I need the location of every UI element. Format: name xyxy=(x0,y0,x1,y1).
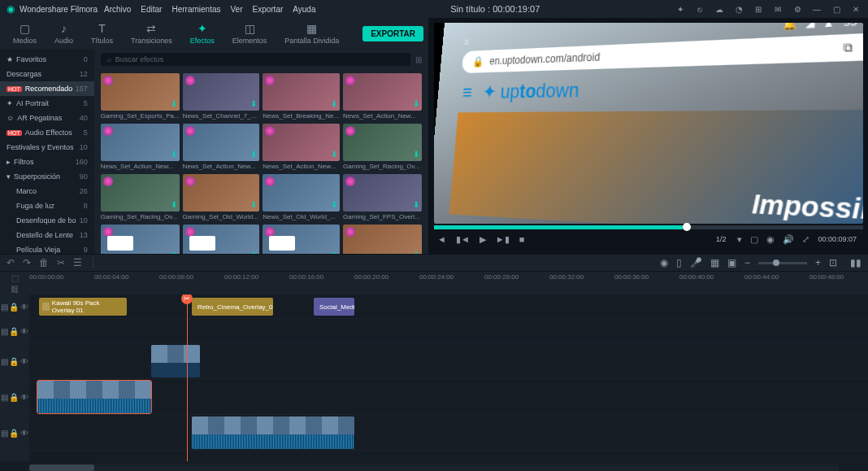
effect-thumb[interactable]: ⬇Gaming_Set_Racing_Ov... xyxy=(101,174,180,221)
sidebar-item-destello-de-lente[interactable]: Destello de Lente13 xyxy=(0,228,94,242)
cloud-icon[interactable]: ☁ xyxy=(714,3,725,15)
undo-button[interactable]: ↶ xyxy=(7,257,15,268)
clip-video-main[interactable] xyxy=(192,416,354,449)
effect-thumb[interactable]: ⬇News_Set_Action_New... xyxy=(343,73,422,120)
sidebar-item-ar-pegatinas[interactable]: ☺AR Pegatinas40 xyxy=(0,111,94,125)
preview-scrub-bar[interactable] xyxy=(434,225,863,229)
fullscreen-icon[interactable]: ⤢ xyxy=(802,234,809,245)
effect-thumb[interactable]: ⬇News_Set_Action_New... xyxy=(263,124,340,171)
search-input[interactable]: ⌕ Buscar efectos xyxy=(101,53,410,66)
effect-thumb[interactable]: ⬇News_Set_Action_New... xyxy=(101,124,180,171)
monitor-icon[interactable]: ▢ xyxy=(750,234,758,245)
clip-fx-kawaii[interactable]: Kawaii 90s Pack Overlay 01 xyxy=(39,298,127,316)
effect-thumb[interactable]: ⬇Gaming_Set_Old_World... xyxy=(183,174,260,221)
tab-titulos[interactable]: TTítulos xyxy=(83,19,121,48)
menu-herramientas[interactable]: Herramientas xyxy=(171,5,220,14)
tab-pantalla-dividida[interactable]: ▦Pantalla Dividida xyxy=(276,19,347,48)
step-fwd-button[interactable]: ►▮ xyxy=(496,234,510,245)
cut-button[interactable]: ✂ xyxy=(57,257,65,268)
render-button[interactable]: ▣ xyxy=(727,257,736,268)
effect-thumb[interactable]: ⬇News_Set_Old_World_... xyxy=(263,174,340,221)
effect-thumb[interactable]: ⬇News_Set_Action_New... xyxy=(183,124,260,171)
effect-thumb[interactable]: ⬇Gaming_Set_FPS_Overl... xyxy=(263,225,340,254)
step-back-button[interactable]: ▮◄ xyxy=(456,234,470,245)
clip-fx-retro[interactable]: Retro_Cinema_Overlay_03 xyxy=(192,298,273,316)
tab-transiciones[interactable]: ⇄Transiciones xyxy=(123,19,180,48)
sidebar-item-ai-portrait[interactable]: ✦AI Portrait5 xyxy=(0,96,94,111)
sidebar-item-fuga-de-luz[interactable]: Fuga de luz8 xyxy=(0,198,94,213)
fit-button[interactable]: ⊡ xyxy=(829,257,837,268)
link-button[interactable]: ⛓ xyxy=(0,283,29,294)
sidebar-item-favoritos[interactable]: ★Favoritos0 xyxy=(0,52,94,67)
zoom-in-button[interactable]: + xyxy=(815,257,821,268)
effect-thumb[interactable]: ⬇Gaming_Set_FPS_Overl... xyxy=(343,174,422,221)
minimize-icon[interactable]: — xyxy=(811,3,822,15)
menu-ayuda[interactable]: Ayuda xyxy=(293,5,315,14)
preview-viewport[interactable]: ⌂ 🔔 ◢ ▲ 95 % ◉ 🔒 en.uptodown.com/android… xyxy=(434,23,863,224)
prev-frame-button[interactable]: ◄ xyxy=(437,234,446,245)
zoom-slider[interactable] xyxy=(758,262,807,264)
sidebar-item-filtros[interactable]: ▸Filtros160 xyxy=(0,155,94,169)
volume-icon[interactable]: 🔊 xyxy=(783,234,794,245)
close-icon[interactable]: ✕ xyxy=(850,3,861,15)
track-head-fx2[interactable]: ▤🔒👁 xyxy=(0,319,29,343)
sidebar-item-audio-effectos[interactable]: HOTAudio Effectos5 xyxy=(0,125,94,140)
menu-exportar[interactable]: Exportar xyxy=(253,5,284,14)
sidebar-item-desenfoque-de-bo[interactable]: Desenfoque de bo10 xyxy=(0,213,94,228)
playhead[interactable] xyxy=(187,294,188,461)
play-button[interactable]: ▶ xyxy=(480,234,486,245)
effect-thumb[interactable]: ⬇Gaming_Set_FPS_Overl... xyxy=(101,225,180,254)
track-head-main[interactable]: ▤🔒👁 xyxy=(0,415,29,451)
effect-thumb[interactable]: ⬇News_Set_Breaking_Ne... xyxy=(263,73,340,120)
snapshot-icon[interactable]: ◉ xyxy=(766,234,775,245)
delete-button[interactable]: 🗑 xyxy=(39,257,49,268)
sidebar-item-festivales-y-eventos[interactable]: Festivales y Eventos10 xyxy=(0,140,94,155)
notify-icon[interactable]: ⊞ xyxy=(753,3,764,15)
export-button[interactable]: EXPORTAR xyxy=(362,26,423,41)
redo-button[interactable]: ↷ xyxy=(23,257,31,268)
marker-button[interactable]: ▯ xyxy=(676,257,682,268)
sidebar-item-descargas[interactable]: Descargas12 xyxy=(0,67,94,81)
panel-toggle-button[interactable]: ▮▮ xyxy=(850,257,861,268)
effect-thumb[interactable]: ⬇Gaming_Set_Esports_Pa... xyxy=(101,73,180,120)
user-icon[interactable]: ◔ xyxy=(733,3,744,15)
effect-thumb[interactable]: ⬇Gaming_Set_Esports_Pa... xyxy=(343,225,422,254)
preview-ratio[interactable]: 1/2 xyxy=(716,235,727,243)
maximize-icon[interactable]: ▢ xyxy=(831,3,842,15)
mic-button[interactable]: 🎤 xyxy=(690,257,702,268)
sidebar-item-superposición[interactable]: ▾Superposición90 xyxy=(0,169,94,184)
sidebar-item-película-vieja[interactable]: Película Vieja9 xyxy=(0,242,94,254)
effect-thumb[interactable]: ⬇News_Set_Channel_7_... xyxy=(183,73,260,120)
headset-icon[interactable]: ⎋ xyxy=(694,3,705,15)
mixer-button[interactable]: ▦ xyxy=(710,257,719,268)
sidebar-item-marco[interactable]: Marco26 xyxy=(0,184,94,198)
menu-ver[interactable]: Ver xyxy=(230,5,242,14)
adjust-button[interactable]: ☰ xyxy=(73,257,82,268)
track-head-fx1[interactable]: ▤🔒👁 xyxy=(0,294,29,319)
tab-elementos[interactable]: ◫Elementos xyxy=(224,19,276,48)
effect-thumb[interactable]: ⬇Gaming_Set_Racing_Ov... xyxy=(343,124,422,171)
settings-icon[interactable]: ⚙ xyxy=(792,3,803,15)
effect-thumb[interactable]: ⬇Gaming_Set_FPS_Overl... xyxy=(183,225,260,254)
sparkle-icon[interactable]: ✦ xyxy=(675,3,686,15)
grid-view-icon[interactable]: ⊞ xyxy=(415,55,422,64)
menu-archivo[interactable]: Archivo xyxy=(104,5,131,14)
ratio-menu-icon[interactable]: ▾ xyxy=(737,234,742,245)
track-lanes[interactable]: Kawaii 90s Pack Overlay 01 Retro_Cinema_… xyxy=(29,294,868,461)
time-ruler[interactable]: 00:00:00:0000:00:04:0000:00:08:0000:00:1… xyxy=(29,272,868,294)
sidebar-item-recomendado[interactable]: HOTRecomendado157 xyxy=(0,81,94,96)
track-head-v2[interactable]: ▤🔒👁 xyxy=(0,343,29,379)
clip-fx-social[interactable]: Social_Media_1 xyxy=(314,298,354,316)
clip-video-selected[interactable] xyxy=(37,381,151,413)
message-icon[interactable]: ✉ xyxy=(772,3,783,15)
zoom-out-button[interactable]: − xyxy=(744,257,750,268)
clip-video-overlay[interactable] xyxy=(151,345,200,377)
tab-medios[interactable]: ▢Medios xyxy=(5,19,45,48)
tab-audio[interactable]: ♪Audio xyxy=(46,19,81,48)
timeline-scrollbar[interactable] xyxy=(29,464,839,471)
menu-editar[interactable]: Editar xyxy=(141,5,162,14)
tab-efectos[interactable]: ✦Efectos xyxy=(182,19,223,48)
record-button[interactable]: ◉ xyxy=(660,257,668,268)
magnet-button[interactable]: ⬚ xyxy=(0,272,29,283)
track-head-v1[interactable]: ▤🔒👁 xyxy=(0,379,29,415)
